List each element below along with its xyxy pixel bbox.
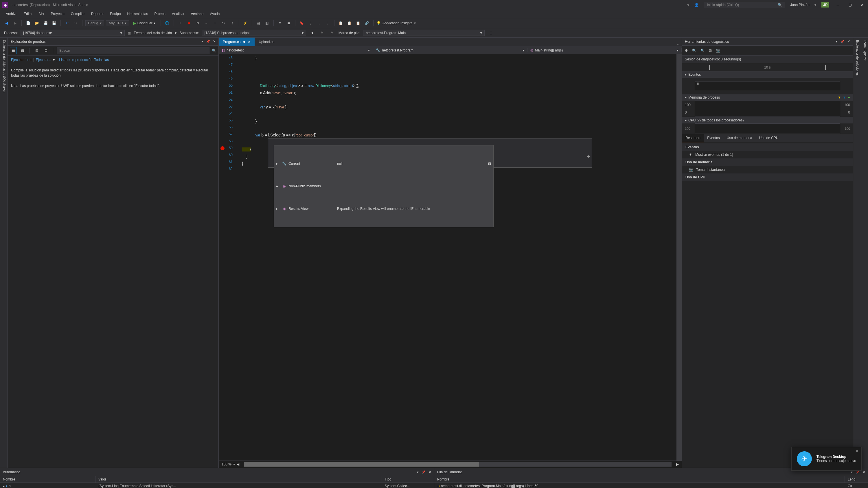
menu-ventana[interactable]: Ventana: [188, 11, 207, 17]
tab-resumen[interactable]: Resumen: [682, 134, 704, 142]
outdent-icon[interactable]: ▥: [264, 20, 271, 27]
menu-proyecto[interactable]: Proyecto: [48, 11, 67, 17]
table-row[interactable]: ▸ ● b {System.Linq.Enumerable.SelectList…: [0, 483, 434, 488]
run-all-link[interactable]: Ejecutar todo: [11, 58, 32, 62]
doc2-icon[interactable]: 📋: [346, 20, 353, 27]
format3-icon[interactable]: ⋮: [324, 20, 331, 27]
pin-icon[interactable]: 📌: [856, 470, 860, 474]
tab-program[interactable]: Program.cs ✕: [219, 38, 255, 46]
datatip-row[interactable]: ▸ ◉ Results View Expanding the Results V…: [274, 204, 493, 213]
method-combo[interactable]: ◎Main(string[] args)▾: [527, 48, 682, 52]
breakpoint-icon[interactable]: [220, 146, 224, 150]
doc3-icon[interactable]: 📋: [355, 20, 362, 27]
menu-archivo[interactable]: Archivo: [3, 11, 20, 17]
indent-icon[interactable]: ▤: [255, 20, 262, 27]
dropdown-icon[interactable]: ▾: [851, 470, 852, 474]
feedback-icon[interactable]: 👤: [694, 3, 699, 7]
menu-prueba[interactable]: Prueba: [152, 11, 169, 17]
user-name[interactable]: Juan Pinzón: [790, 3, 809, 7]
expand-icon[interactable]: ▸: [276, 183, 280, 190]
datatip-popup[interactable]: ▸ 🔧 Current null ⊟ ▸ ◉ Non-Public member…: [274, 145, 494, 227]
project-combo[interactable]: ◧netcoretest▾: [219, 48, 373, 52]
pin-icon[interactable]: 📌: [422, 470, 426, 474]
timeline[interactable]: 10 s: [682, 63, 853, 71]
zoom-out-icon[interactable]: 🔍: [701, 48, 705, 53]
gear-icon[interactable]: ⚙: [685, 48, 688, 53]
group-icon[interactable]: ☰: [10, 47, 17, 54]
run-link[interactable]: Ejecutar...: [36, 58, 51, 62]
col-tipo[interactable]: Tipo: [382, 476, 434, 483]
dropdown-icon[interactable]: ▾: [417, 470, 418, 474]
platform-combo[interactable]: Any CPU▾: [106, 20, 129, 26]
zoom-in-icon[interactable]: 🔍: [692, 48, 696, 53]
stop-button[interactable]: ■: [185, 20, 192, 27]
flag2-icon[interactable]: ⚑: [329, 30, 336, 36]
config-combo[interactable]: Debug▾: [85, 20, 104, 26]
redo-button[interactable]: ↷: [72, 20, 79, 27]
code-editor[interactable]: 46 47 48 49 50 51 52 53 54 55 56 57 58 5…: [219, 54, 682, 460]
table-row[interactable]: ➜ netcoretest.dll!netcoretest.Program.Ma…: [434, 483, 868, 488]
user-badge[interactable]: JP: [822, 2, 829, 7]
continue-button[interactable]: ▶Continuar▾: [131, 20, 158, 26]
zoom-level[interactable]: 100 %: [222, 462, 231, 466]
search-icon[interactable]: 🔍: [212, 48, 216, 53]
process-combo[interactable]: [19704] dotnet.exe▾: [21, 30, 125, 36]
close-icon[interactable]: ✕: [213, 40, 216, 43]
save-all-button[interactable]: 💾: [51, 20, 58, 27]
team-explorer-tab[interactable]: Team Explorer: [861, 38, 868, 468]
flag-icon[interactable]: ⚑: [319, 30, 326, 36]
bookmark-icon[interactable]: 🔖: [298, 20, 305, 27]
search-input[interactable]: Buscar: [57, 47, 210, 54]
format-icon[interactable]: ⋮: [307, 20, 314, 27]
tabs-dropdown-icon[interactable]: ▾: [674, 42, 682, 46]
datatip-row[interactable]: ▸ 🔧 Current null ⊟: [274, 159, 493, 168]
menu-compilar[interactable]: Compilar: [68, 11, 88, 17]
forward-button[interactable]: ▶: [11, 20, 19, 27]
app-insights-button[interactable]: Application Insights: [382, 21, 412, 25]
comment-icon[interactable]: ≡: [277, 20, 283, 27]
expand-icon[interactable]: ▸: [276, 160, 280, 167]
scroll-left-icon[interactable]: ◀: [237, 462, 239, 466]
new-project-button[interactable]: 📄: [25, 20, 32, 27]
tab-cpu[interactable]: Uso de CPU: [756, 134, 782, 142]
show-events-link[interactable]: 👁Mostrar eventos (1 de 1): [682, 151, 853, 158]
tool-icon[interactable]: ⚡: [242, 20, 249, 27]
menu-ver[interactable]: Ver: [36, 11, 47, 17]
menu-equipo[interactable]: Equipo: [107, 11, 124, 17]
code-content[interactable]: } Dictionary<string, object> x = new Dic…: [236, 54, 677, 460]
menu-ayuda[interactable]: Ayuda: [207, 11, 223, 17]
tab-upload[interactable]: Upload.cs: [255, 38, 278, 46]
tab-eventos[interactable]: Eventos: [704, 134, 723, 142]
flag-icon[interactable]: ▿: [687, 3, 689, 7]
v-scrollbar[interactable]: [677, 54, 682, 460]
step-out-button[interactable]: ↑: [229, 20, 236, 27]
chevron-down-icon[interactable]: ▾: [814, 3, 816, 7]
dropdown-icon[interactable]: ▾: [836, 40, 838, 43]
col-nombre[interactable]: Nombre: [0, 476, 95, 483]
pin-icon[interactable]: 📌: [206, 40, 210, 43]
lifecycle-icon[interactable]: ▦: [128, 31, 131, 35]
lifecycle-label[interactable]: Eventos del ciclo de vida: [134, 31, 172, 35]
thread-combo[interactable]: [13348] Subproceso principal▾: [202, 30, 306, 36]
pin-icon[interactable]: ⊟: [488, 160, 491, 167]
cpu-section-header[interactable]: ▸CPU (% de todos los procesadores): [682, 117, 853, 124]
memory-section-header[interactable]: ▸Memoria de proceso ▼▼●: [682, 94, 853, 101]
format2-icon[interactable]: ⋮: [316, 20, 322, 27]
hierarchy-icon[interactable]: ⊞: [19, 47, 26, 54]
close-button[interactable]: ✕: [859, 1, 866, 8]
reset-zoom-icon[interactable]: ⊡: [709, 48, 712, 53]
expand-icon[interactable]: ⊟: [33, 47, 40, 54]
close-toast-icon[interactable]: ✕: [856, 449, 859, 453]
open-button[interactable]: 📂: [33, 20, 40, 27]
close-icon[interactable]: ✕: [863, 470, 865, 474]
uncomment-icon[interactable]: ≣: [285, 20, 292, 27]
datatip-row[interactable]: ▸ ◉ Non-Public members: [274, 182, 493, 191]
step-into-button[interactable]: ↓: [212, 20, 218, 27]
filter-icon[interactable]: ▼: [309, 30, 316, 36]
tab-memoria[interactable]: Uso de memoria: [723, 134, 756, 142]
menu-analizar[interactable]: Analizar: [169, 11, 187, 17]
quick-launch-input[interactable]: Inicio rápido (Ctrl+Q) 🔍: [704, 2, 785, 8]
step-over-button[interactable]: ↷: [220, 20, 227, 27]
browser-button[interactable]: 🌐: [164, 20, 171, 27]
close-icon[interactable]: ✕: [429, 470, 431, 474]
